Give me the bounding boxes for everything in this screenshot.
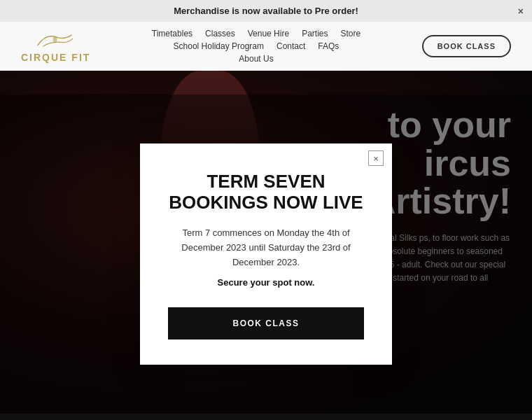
nav-store[interactable]: Store (340, 29, 360, 38)
modal-body-text: Term 7 commences on Monday the 4th of De… (168, 226, 364, 270)
modal: × TERM SEVEN BOOKINGS NOW LIVE Term 7 co… (140, 144, 392, 364)
navigation: Timetables Classes Venue Hire Parties St… (152, 29, 360, 64)
header-book-button[interactable]: BOOK CLASS (422, 35, 511, 57)
nav-classes[interactable]: Classes (205, 29, 235, 38)
nav-row-2: School Holiday Program Contact FAQs (174, 41, 340, 51)
nav-row-3: About Us (239, 54, 273, 64)
nav-faqs[interactable]: FAQs (318, 41, 339, 51)
nav-venue-hire[interactable]: Venue Hire (248, 29, 289, 38)
announcement-bar: Merchandise is now available to Pre orde… (0, 0, 532, 22)
logo-icon (35, 29, 77, 50)
nav-parties[interactable]: Parties (302, 29, 328, 38)
svg-point-0 (52, 36, 57, 42)
modal-close-button[interactable]: × (368, 150, 384, 166)
modal-overlay: × TERM SEVEN BOOKINGS NOW LIVE Term 7 co… (0, 94, 532, 414)
logo-text: CIRQUE FIT (21, 52, 90, 63)
nav-about[interactable]: About Us (239, 54, 273, 64)
modal-book-button[interactable]: BOOK CLASS (168, 307, 364, 340)
modal-title: TERM SEVEN BOOKINGS NOW LIVE (168, 172, 364, 214)
hero: to your ircus Artistry! us classes from … (0, 71, 532, 414)
logo: CIRQUE FIT (21, 29, 90, 63)
nav-timetables[interactable]: Timetables (152, 29, 192, 38)
announcement-text: Merchandise is now available to Pre orde… (174, 6, 358, 16)
nav-row-1: Timetables Classes Venue Hire Parties St… (152, 29, 360, 38)
nav-contact[interactable]: Contact (276, 41, 305, 51)
header: CIRQUE FIT Timetables Classes Venue Hire… (0, 22, 532, 71)
modal-title-line2: BOOKINGS NOW LIVE (169, 192, 363, 213)
modal-secure-text: Secure your spot now. (168, 277, 364, 288)
modal-title-line1: TERM SEVEN (206, 171, 325, 192)
announcement-close[interactable]: × (518, 6, 524, 17)
nav-school-holiday[interactable]: School Holiday Program (174, 41, 264, 51)
